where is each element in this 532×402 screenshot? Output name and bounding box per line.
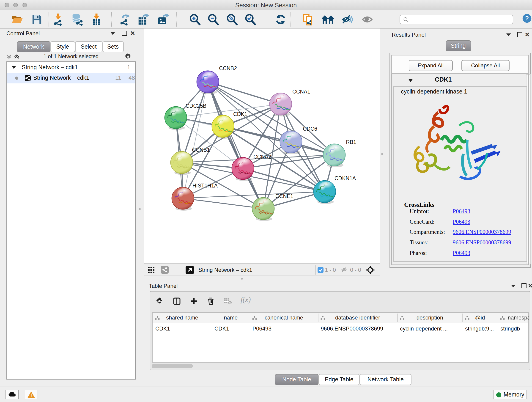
import-network-icon[interactable] (52, 13, 65, 26)
network-status-dot (15, 76, 18, 80)
refresh-icon[interactable] (274, 13, 287, 26)
open-session-icon[interactable] (11, 13, 23, 26)
node-table-header[interactable]: shared namenamecanonical namedatabase id… (152, 313, 528, 323)
table-cell[interactable]: stringdb:9... (465, 325, 494, 332)
expand-all-button[interactable]: Expand All (409, 60, 453, 71)
table-cell[interactable]: cyclin-dependent ... (400, 325, 448, 332)
table-gear-icon[interactable] (155, 297, 164, 305)
results-panel-maximize-icon[interactable] (517, 32, 522, 37)
grid-view-icon[interactable] (148, 267, 154, 274)
warning-button[interactable] (25, 390, 38, 399)
import-database-icon[interactable] (71, 13, 83, 26)
column-header-namespac[interactable]: namespac (498, 313, 529, 323)
import-table-icon[interactable] (90, 13, 102, 26)
results-panel-close-icon[interactable]: ✕ (525, 31, 530, 38)
network-options-gear-icon[interactable] (124, 53, 132, 61)
edge-CDK1-RB1[interactable] (223, 126, 334, 155)
zoom-fit-icon[interactable] (226, 13, 238, 26)
birdseye-icon[interactable] (366, 265, 375, 276)
save-session-icon[interactable] (31, 13, 43, 26)
table-cell[interactable]: 9606.ENSP00000378699 (321, 325, 383, 332)
column-header--id[interactable]: @id (462, 313, 498, 323)
tab-network[interactable]: Network (17, 41, 51, 52)
bottom-splitter-handle[interactable] (241, 278, 243, 279)
tab-string[interactable]: String (446, 40, 471, 51)
tab-select[interactable]: Select (75, 41, 102, 52)
cloud-button[interactable] (6, 390, 19, 399)
table-cell[interactable]: CDK1 (215, 325, 229, 332)
copy-network-icon[interactable] (302, 13, 314, 26)
table-panel-close-icon[interactable]: ✕ (528, 282, 532, 289)
crosslink-label: Tissues: (410, 239, 428, 246)
network-collection-row[interactable]: String Network – cdk1 1 (7, 62, 135, 73)
control-panel-float-icon[interactable] (110, 32, 115, 37)
node-label-CDC25B: CDC25B (186, 103, 206, 109)
crosslink-url[interactable]: 9606.ENSP00000378699 (453, 229, 511, 236)
collection-count: 1 (127, 64, 130, 70)
collection-expand-icon[interactable] (11, 66, 16, 71)
tab-style[interactable]: Style (51, 41, 75, 52)
selected-checkbox-icon[interactable] (317, 267, 323, 273)
help-button[interactable]: ? (522, 13, 532, 23)
network-view-share-icon[interactable] (161, 266, 169, 274)
memory-button[interactable]: Memory (493, 390, 527, 399)
search-input[interactable] (399, 15, 513, 24)
node-CDKN1A[interactable]: CDKN1A (314, 175, 356, 204)
export-table-icon[interactable] (137, 13, 149, 26)
tab-network-table[interactable]: Network Table (360, 374, 412, 385)
node-CDK1[interactable]: CDK1 (212, 111, 247, 139)
results-panel-float-icon[interactable] (506, 33, 511, 38)
node-label-CCNE1: CCNE1 (275, 193, 293, 199)
column-header-shared-name[interactable]: shared name (152, 313, 212, 323)
zoom-selected-icon[interactable] (244, 13, 256, 26)
edge-HIST1H1A-CCNE1[interactable] (183, 198, 263, 209)
table-cell[interactable]: CDK1 (155, 325, 170, 332)
hide-eye-icon[interactable] (341, 13, 353, 26)
table-cell[interactable]: stringdb (500, 325, 520, 332)
right-splitter-handle[interactable] (381, 153, 383, 155)
cdk1-collapse-icon[interactable] (408, 79, 413, 84)
home-networks-icon[interactable] (322, 13, 334, 26)
protein-structure-image (407, 99, 513, 185)
edge-CCNB2-CCNA1[interactable] (208, 82, 281, 104)
column-header-canonical-name[interactable]: canonical name (250, 313, 318, 323)
crosslink-url[interactable]: P06493 (453, 218, 470, 225)
export-network-icon[interactable] (119, 13, 131, 26)
node-label-CDK1: CDK1 (233, 111, 247, 117)
column-header-name[interactable]: name (212, 313, 250, 323)
zoom-out-icon[interactable] (207, 13, 219, 26)
table-panel-maximize-icon[interactable] (521, 283, 526, 288)
tab-edge-table[interactable]: Edge Table (318, 374, 360, 385)
edge-CCNB2-CCNE1[interactable] (208, 82, 263, 209)
control-panel-maximize-icon[interactable] (122, 31, 127, 36)
export-image-icon[interactable] (157, 13, 169, 26)
edge-CCNB2-HIST1H1A[interactable] (183, 82, 208, 198)
collapse-all-button[interactable]: Collapse All (462, 60, 510, 71)
tab-node-table[interactable]: Node Table (275, 374, 318, 385)
tab-sets[interactable]: Sets (102, 41, 123, 52)
column-header-description[interactable]: description (397, 313, 462, 323)
table-columns-icon[interactable] (173, 297, 181, 307)
table-horizontal-scrollbar[interactable] (152, 364, 193, 368)
node-CDC6[interactable]: CDC6 (280, 126, 317, 154)
detach-view-icon[interactable] (186, 266, 194, 274)
table-delete-table-icon[interactable] (224, 298, 232, 306)
crosslink-url[interactable]: P06493 (453, 250, 470, 257)
table-function-icon[interactable]: f(x) (241, 296, 251, 304)
table-add-icon[interactable] (190, 297, 198, 307)
expand-all-networks-icon[interactable] (14, 54, 20, 61)
left-splitter-handle[interactable] (139, 208, 141, 210)
zoom-in-icon[interactable] (189, 13, 201, 26)
network-row-selected[interactable]: String Network – cdk1 11 48 (7, 73, 135, 83)
crosslink-url[interactable]: P06493 (453, 208, 470, 215)
table-panel-float-icon[interactable] (511, 285, 515, 290)
network-canvas[interactable]: CCNB2CCNA1CDC25BCDK1CDC6RB1CCNB1CCNA2CDK… (144, 28, 380, 264)
show-eye-icon[interactable] (361, 13, 374, 26)
table-cell[interactable]: P06493 (253, 325, 272, 332)
table-delete-icon[interactable] (207, 297, 215, 307)
control-panel-close-icon[interactable]: ✕ (130, 30, 135, 37)
node-RB1[interactable]: RB1 (323, 139, 356, 167)
crosslink-url[interactable]: 9606.ENSP00000378699 (453, 239, 511, 246)
column-header-database-identifier[interactable]: database identifier (318, 313, 397, 323)
collapse-all-networks-icon[interactable] (6, 54, 12, 61)
